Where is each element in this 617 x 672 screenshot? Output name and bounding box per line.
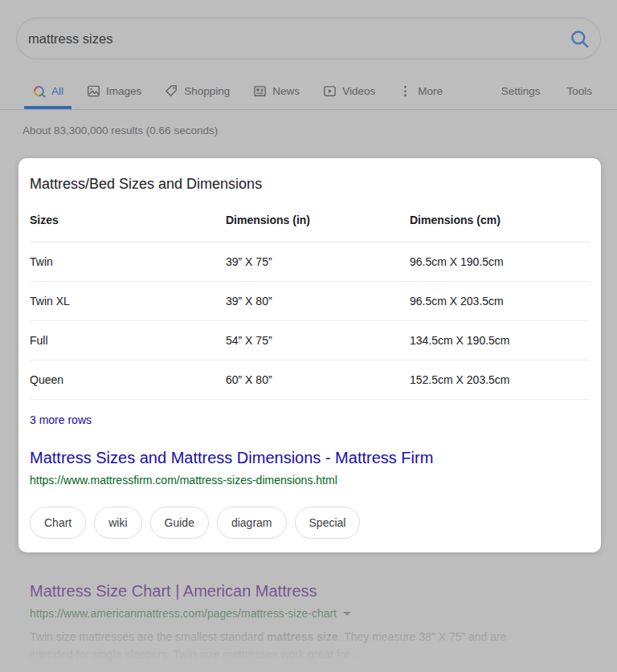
table-row: Twin 39” X 75” 96.5cm X 190.5cm xyxy=(30,242,590,282)
table-header-row: Sizes Dimensions (in) Dimensions (cm) xyxy=(30,193,590,242)
cell-dim-in: 39” X 80” xyxy=(226,295,410,307)
cell-size: Twin xyxy=(30,255,226,268)
sizes-table: Sizes Dimensions (in) Dimensions (cm) Tw… xyxy=(30,193,590,400)
chip-special[interactable]: Special xyxy=(295,507,361,539)
table-header-dimensions-in: Dimensions (in) xyxy=(226,214,410,226)
cell-size: Full xyxy=(30,334,226,347)
cell-dim-in: 39” X 75” xyxy=(226,255,410,268)
chip-diagram[interactable]: diagram xyxy=(217,507,287,539)
chip-wiki[interactable]: wiki xyxy=(94,507,141,539)
table-header-sizes: Sizes xyxy=(30,214,226,226)
chip-chart[interactable]: Chart xyxy=(30,507,86,539)
cell-dim-in: 60” X 80” xyxy=(226,373,410,386)
table-header-dimensions-cm: Dimensions (cm) xyxy=(410,214,590,226)
cell-dim-in: 54” X 75” xyxy=(226,334,410,347)
bottom-fade xyxy=(0,574,617,672)
table-row: Queen 60” X 80” 152.5cm X 203.5cm xyxy=(30,360,590,400)
cell-size: Queen xyxy=(30,373,226,386)
result-title-link[interactable]: Mattress Sizes and Mattress Dimensions -… xyxy=(30,447,590,468)
featured-snippet-card: Mattress/Bed Sizes and Dimensions Sizes … xyxy=(18,158,601,552)
related-chips: Chart wiki Guide diagram Special xyxy=(30,507,590,539)
result-url: https://www.mattressfirm.com/mattress-si… xyxy=(30,473,590,487)
cell-size: Twin XL xyxy=(30,295,226,307)
cell-dim-cm: 96.5cm X 190.5cm xyxy=(410,255,590,268)
chip-guide[interactable]: Guide xyxy=(150,507,209,539)
cell-dim-cm: 152.5cm X 203.5cm xyxy=(410,373,590,386)
table-row: Full 54” X 75” 134.5cm X 190.5cm xyxy=(30,321,590,360)
table-row: Twin XL 39” X 80” 96.5cm X 203.5cm xyxy=(30,282,590,321)
more-rows-link[interactable]: 3 more rows xyxy=(30,400,92,427)
snippet-title: Mattress/Bed Sizes and Dimensions xyxy=(30,174,590,193)
cell-dim-cm: 134.5cm X 190.5cm xyxy=(410,334,590,347)
cell-dim-cm: 96.5cm X 203.5cm xyxy=(410,295,590,307)
